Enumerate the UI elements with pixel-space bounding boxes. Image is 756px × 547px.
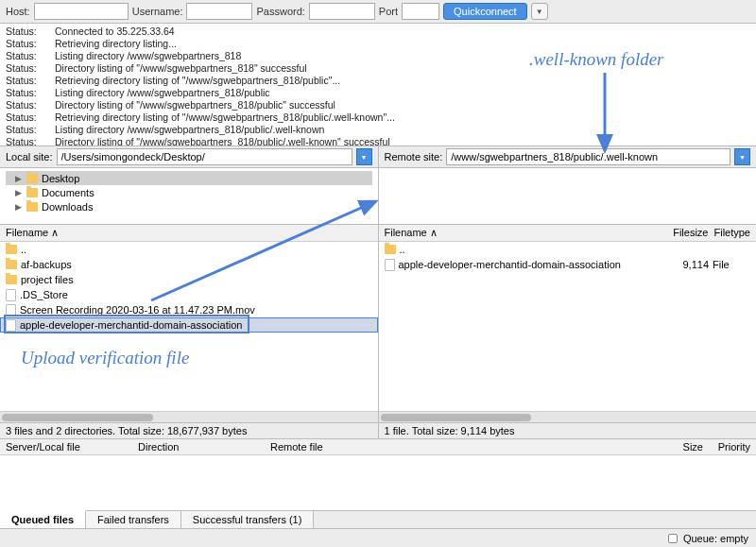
queue-col-remote[interactable]: Remote file: [270, 441, 665, 453]
filename-column-header[interactable]: Filename ∧: [385, 227, 438, 239]
tab-queued-files[interactable]: Queued files: [0, 510, 86, 528]
file-lists: Filename ∧ ..af-backupsproject files.DS_…: [0, 225, 756, 423]
local-list-header[interactable]: Filename ∧: [0, 225, 378, 242]
remote-list-header[interactable]: Filename ∧ Filesize Filetype: [379, 225, 757, 242]
local-directory-tree[interactable]: ▶Desktop▶Documents▶Downloads: [0, 168, 379, 224]
status-bar: Queue: empty: [0, 528, 756, 547]
file-type: File: [713, 259, 750, 270]
log-label: Status:: [6, 99, 42, 111]
tree-item-label: Documents: [42, 187, 94, 198]
quickconnect-button[interactable]: Quickconnect: [443, 3, 527, 20]
queue-col-server[interactable]: Server/Local file: [6, 441, 138, 453]
local-summary: 3 files and 2 directories. Total size: 1…: [0, 423, 379, 438]
list-item[interactable]: apple-developer-merchantid-domain-associ…: [379, 257, 757, 272]
log-message: Retrieving directory listing...: [55, 38, 177, 50]
directory-trees: ▶Desktop▶Documents▶Downloads: [0, 168, 756, 225]
list-item[interactable]: .DS_Store: [0, 287, 378, 302]
log-row: Status:Retrieving directory listing...: [6, 38, 750, 50]
folder-icon: [26, 202, 38, 212]
remote-site-dropdown[interactable]: ▼: [734, 148, 750, 165]
remote-summary: 1 file. Total size: 9,114 bytes: [379, 423, 757, 438]
file-name: ..: [400, 244, 751, 255]
file-name: apple-developer-merchantid-domain-associ…: [20, 319, 372, 331]
log-message: Directory listing of "/www/sgwebpartners…: [55, 99, 335, 111]
transfer-tabs: Queued files Failed transfers Successful…: [0, 510, 756, 528]
log-row: Status:Connected to 35.225.33.64: [6, 26, 750, 38]
folder-up-icon: [385, 245, 396, 254]
log-label: Status:: [6, 75, 42, 87]
host-input[interactable]: [34, 3, 129, 20]
log-label: Status:: [6, 136, 42, 146]
connection-toolbar: Host: Username: Password: Port Quickconn…: [0, 0, 756, 24]
queue-col-priority[interactable]: Priority: [703, 441, 750, 453]
tree-item-label: Downloads: [42, 201, 93, 213]
local-list-body[interactable]: ..af-backupsproject files.DS_StoreScreen…: [0, 242, 378, 411]
log-message: Listing directory /www/sgwebpartners_818…: [55, 87, 270, 99]
queue-col-size[interactable]: Size: [665, 441, 703, 453]
port-input[interactable]: [402, 3, 439, 20]
log-label: Status:: [6, 26, 42, 38]
queue-col-direction[interactable]: Direction: [138, 441, 270, 453]
list-item[interactable]: ..: [0, 242, 378, 257]
queue-body[interactable]: [0, 455, 756, 510]
disclosure-triangle-icon[interactable]: ▶: [15, 202, 23, 212]
chevron-down-icon: ▼: [739, 154, 746, 161]
local-site-dropdown[interactable]: ▼: [356, 148, 372, 165]
file-name: af-backups: [21, 259, 372, 270]
folder-icon: [26, 188, 38, 197]
message-log: Status:Connected to 35.225.33.64Status:R…: [0, 24, 756, 146]
folder-icon: [6, 260, 17, 269]
log-row: Status:Directory listing of "/www/sgwebp…: [6, 62, 750, 75]
log-message: Directory listing of "/www/sgwebpartners…: [55, 136, 390, 146]
queue-header[interactable]: Server/Local file Direction Remote file …: [0, 439, 756, 455]
horizontal-scrollbar[interactable]: [379, 411, 757, 422]
queue-status-label: Queue: empty: [683, 533, 748, 544]
queue-icon: [668, 534, 678, 543]
log-message: Connected to 35.225.33.64: [55, 26, 175, 38]
file-name: ..: [21, 244, 372, 255]
log-message: Retrieving directory listing of "/www/sg…: [55, 111, 395, 124]
log-label: Status:: [6, 38, 42, 50]
list-item[interactable]: apple-developer-merchantid-domain-associ…: [0, 317, 378, 333]
tab-failed-transfers[interactable]: Failed transfers: [86, 511, 181, 528]
site-path-bar: Local site: ▼ Remote site: ▼: [0, 146, 756, 168]
horizontal-scrollbar[interactable]: [0, 411, 378, 422]
remote-site-input[interactable]: [446, 148, 730, 165]
filename-column-header[interactable]: Filename ∧: [6, 227, 59, 239]
list-item[interactable]: af-backups: [0, 257, 378, 272]
folder-icon: [6, 275, 17, 284]
summary-bar: 3 files and 2 directories. Total size: 1…: [0, 423, 756, 439]
tree-item[interactable]: ▶Documents: [6, 185, 372, 199]
log-row: Status:Listing directory /www/sgwebpartn…: [6, 87, 750, 99]
filetype-column-header[interactable]: Filetype: [713, 227, 750, 239]
tree-item[interactable]: ▶Desktop: [6, 171, 372, 185]
folder-icon: [26, 174, 38, 183]
filesize-column-header[interactable]: Filesize: [673, 227, 708, 239]
disclosure-triangle-icon[interactable]: ▶: [15, 174, 23, 183]
file-icon: [6, 304, 16, 316]
log-label: Status:: [6, 111, 42, 124]
file-icon: [6, 289, 16, 301]
username-label: Username:: [132, 6, 183, 17]
log-message: Directory listing of "/www/sgwebpartners…: [55, 62, 307, 75]
chevron-down-icon: ▼: [536, 8, 543, 16]
password-input[interactable]: [309, 3, 375, 20]
list-item[interactable]: project files: [0, 272, 378, 287]
list-item[interactable]: Screen Recording 2020-03-16 at 11.47.23 …: [0, 302, 378, 317]
quickconnect-dropdown[interactable]: ▼: [531, 3, 548, 20]
log-row: Status:Listing directory /www/sgwebpartn…: [6, 124, 750, 136]
tree-item[interactable]: ▶Downloads: [6, 199, 372, 214]
list-item[interactable]: ..: [379, 242, 757, 257]
username-input[interactable]: [186, 3, 252, 20]
remote-directory-tree[interactable]: [379, 168, 757, 224]
chevron-down-icon: ▼: [361, 154, 368, 161]
local-site-label: Local site:: [6, 151, 53, 162]
log-message: Retrieving directory listing of "/www/sg…: [55, 75, 340, 87]
folder-up-icon: [6, 245, 17, 254]
tab-successful-transfers[interactable]: Successful transfers (1): [181, 511, 315, 528]
log-message: Listing directory /www/sgwebpartners_818: [55, 50, 241, 62]
disclosure-triangle-icon[interactable]: ▶: [15, 188, 23, 197]
local-site-input[interactable]: [57, 148, 352, 165]
remote-list-body[interactable]: ..apple-developer-merchantid-domain-asso…: [379, 242, 757, 411]
password-label: Password:: [256, 6, 304, 17]
